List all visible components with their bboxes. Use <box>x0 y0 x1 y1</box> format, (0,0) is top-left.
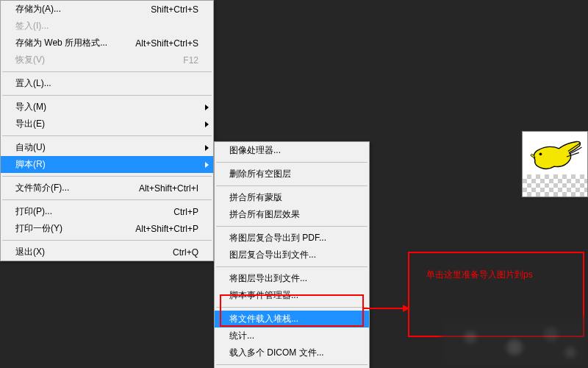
menu-shortcut: Shift+Ctrl+S <box>151 4 198 15</box>
menu-label: 文件简介(F)... <box>15 182 124 194</box>
menu-separator <box>2 71 212 72</box>
submenu-statistics[interactable]: 统计... <box>215 328 369 344</box>
blurred-region <box>441 316 588 368</box>
menu-save-for-web[interactable]: 存储为 Web 所用格式... Alt+Shift+Ctrl+S <box>1 35 213 52</box>
menu-shortcut: Alt+Shift+Ctrl+P <box>135 224 198 234</box>
menu-label: 置入(L)... <box>15 77 198 90</box>
menu-label: 图层复合导出到文件... <box>229 249 354 261</box>
menu-print[interactable]: 打印(P)... Ctrl+P <box>1 203 213 220</box>
scripts-submenu: 图像处理器... 删除所有空图层 拼合所有蒙版 拼合所有图层效果 将图层复合导出… <box>214 141 370 368</box>
submenu-image-processor[interactable]: 图像处理器... <box>215 142 369 159</box>
menu-place[interactable]: 置入(L)... <box>1 75 213 92</box>
menu-label: 载入多个 DICOM 文件... <box>229 347 354 359</box>
menu-shortcut: F12 <box>183 55 198 66</box>
menu-label: 导入(M) <box>15 101 198 113</box>
annotation-highlight-box <box>220 294 364 327</box>
menu-label: 拼合所有图层效果 <box>229 208 354 221</box>
menu-separator <box>2 95 212 96</box>
menu-separator <box>2 135 212 136</box>
menu-label: 打印一份(Y) <box>15 222 121 235</box>
menu-label: 签入(I)... <box>15 20 198 32</box>
menu-label: 将图层导出到文件... <box>229 272 354 285</box>
menu-import[interactable]: 导入(M) <box>1 99 213 116</box>
menu-shortcut: Ctrl+Q <box>173 247 198 258</box>
menu-separator <box>2 199 212 200</box>
menu-separator <box>216 162 368 163</box>
menu-shortcut: Ctrl+P <box>173 207 198 217</box>
submenu-arrow-icon <box>205 162 209 168</box>
submenu-load-dicom[interactable]: 载入多个 DICOM 文件... <box>215 344 369 361</box>
menu-label: 脚本(R) <box>15 158 198 171</box>
menu-label: 打印(P)... <box>15 205 159 218</box>
menu-label: 自动(U) <box>15 141 198 154</box>
menu-scripts[interactable]: 脚本(R) <box>1 156 213 173</box>
menu-label: 统计... <box>229 330 354 342</box>
menu-label: 拼合所有蒙版 <box>229 191 354 204</box>
menu-separator <box>216 226 368 227</box>
menu-label: 存储为 Web 所用格式... <box>15 37 121 49</box>
menu-exit[interactable]: 退出(X) Ctrl+Q <box>1 244 213 261</box>
menu-save-as[interactable]: 存储为(A)... Shift+Ctrl+S <box>1 1 213 18</box>
submenu-delete-empty-layers[interactable]: 删除所有空图层 <box>215 166 369 183</box>
submenu-flatten-effects[interactable]: 拼合所有图层效果 <box>215 206 369 223</box>
menu-label: 删除所有空图层 <box>229 168 354 180</box>
file-menu-dropdown: 存储为(A)... Shift+Ctrl+S 签入(I)... 存储为 Web … <box>0 0 214 261</box>
menu-separator <box>216 266 368 267</box>
menu-label: 退出(X) <box>15 246 158 258</box>
menu-check-in: 签入(I)... <box>1 18 213 35</box>
menu-shortcut: Alt+Shift+Ctrl+S <box>135 38 198 49</box>
menu-shortcut: Alt+Shift+Ctrl+I <box>139 183 198 194</box>
annotation-text: 单击这里准备导入图片到ps <box>426 269 533 281</box>
submenu-arrow-icon <box>205 105 209 110</box>
menu-label: 恢复(V) <box>15 54 168 66</box>
submenu-arrow-icon <box>205 121 209 127</box>
menu-separator <box>216 185 368 186</box>
menu-label: 图像处理器... <box>229 144 354 157</box>
menu-export[interactable]: 导出(E) <box>1 116 213 132</box>
menu-print-one[interactable]: 打印一份(Y) Alt+Shift+Ctrl+P <box>1 220 213 237</box>
menu-revert: 恢复(V) F12 <box>1 52 213 68</box>
submenu-flatten-masks[interactable]: 拼合所有蒙版 <box>215 189 369 206</box>
menu-separator <box>2 240 212 241</box>
bird-icon <box>527 136 584 177</box>
svg-point-0 <box>539 152 542 155</box>
menu-label: 将图层复合导出到 PDF... <box>229 232 354 244</box>
menu-automate[interactable]: 自动(U) <box>1 139 213 156</box>
canvas-document[interactable] <box>522 131 588 197</box>
submenu-arrow-icon <box>205 145 209 151</box>
submenu-layer-comps-pdf[interactable]: 将图层复合导出到 PDF... <box>215 230 369 247</box>
submenu-layer-comps-files[interactable]: 图层复合导出到文件... <box>215 247 369 263</box>
menu-file-info[interactable]: 文件简介(F)... Alt+Shift+Ctrl+I <box>1 180 213 197</box>
annotation-arrow-icon <box>364 308 408 309</box>
menu-label: 导出(E) <box>15 118 198 130</box>
transparency-checker <box>523 174 587 197</box>
menu-label: 存储为(A)... <box>15 3 136 15</box>
menu-separator <box>216 364 368 365</box>
menu-separator <box>2 176 212 177</box>
submenu-export-layers[interactable]: 将图层导出到文件... <box>215 270 369 287</box>
